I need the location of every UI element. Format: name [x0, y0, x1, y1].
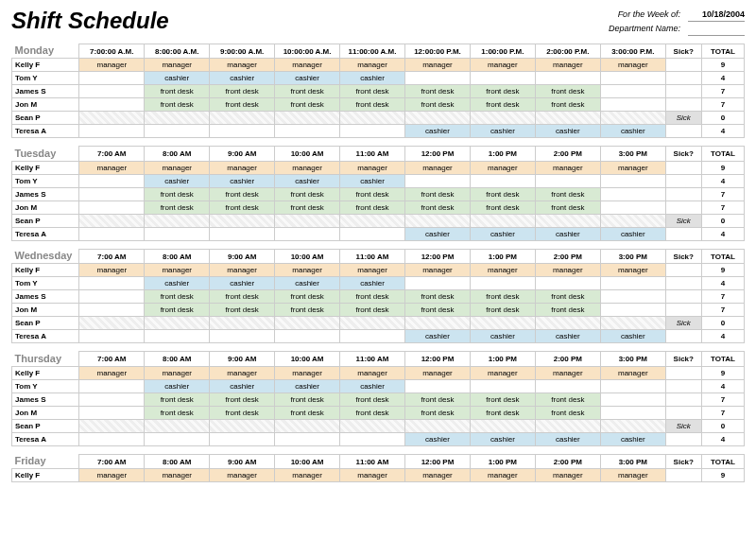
shift-cell	[275, 112, 340, 125]
shift-cell: front desk	[470, 304, 535, 317]
shift-cell	[535, 214, 600, 227]
shift-cell: cashier	[600, 330, 665, 343]
employee-name: Tom Y	[12, 174, 79, 187]
schedule-row: Teresa Acashiercashiercashiercashier4	[12, 125, 745, 138]
shift-cell	[79, 419, 145, 432]
shift-cell: front desk	[405, 290, 471, 304]
total-header: TOTAL	[701, 249, 744, 264]
shift-cell: cashier	[210, 174, 275, 187]
shift-cell: front desk	[470, 98, 535, 112]
total-cell: 0	[701, 317, 744, 330]
sick-cell: Sick	[665, 112, 701, 125]
shift-cell: front desk	[405, 406, 471, 419]
time-header: 3:00:00 P.M.	[600, 44, 665, 59]
schedule-row: Jon Mfront deskfront deskfront deskfront…	[12, 406, 745, 419]
employee-name: Sean P	[12, 419, 79, 432]
schedule-row: James Sfront deskfront deskfront deskfro…	[12, 290, 745, 304]
schedule-table: Friday7:00 AM8:00 AM9:00 AM10:00 AM11:00…	[11, 454, 745, 483]
schedule-row: Tom Ycashiercashiercashiercashier4	[12, 277, 745, 290]
shift-cell: front desk	[275, 304, 340, 317]
shift-cell	[210, 330, 275, 343]
shift-cell	[600, 317, 665, 330]
shift-cell: front desk	[210, 392, 275, 406]
employee-name: Kelly F	[12, 59, 79, 72]
total-cell: 0	[701, 419, 744, 432]
shift-cell: front desk	[145, 304, 210, 317]
dept-label: Department Name:	[609, 22, 680, 35]
shift-cell: front desk	[405, 304, 471, 317]
total-cell: 4	[701, 432, 744, 445]
time-header: 3:00 PM	[600, 147, 665, 162]
shift-cell	[535, 379, 600, 392]
sick-cell	[665, 98, 701, 112]
shift-cell	[145, 419, 210, 432]
shift-cell: cashier	[210, 277, 275, 290]
time-header: 7:00 AM	[79, 352, 145, 367]
shift-cell: cashier	[275, 174, 340, 187]
shift-cell	[340, 112, 405, 125]
shift-cell	[470, 214, 535, 227]
day-name: Friday	[12, 454, 79, 469]
employee-name: Sean P	[12, 214, 79, 227]
sick-cell: Sick	[665, 317, 701, 330]
shift-cell: front desk	[145, 187, 210, 201]
shift-cell: front desk	[275, 201, 340, 214]
shift-cell	[210, 419, 275, 432]
time-header: 12:00:00 P.M.	[405, 44, 471, 59]
shift-cell: cashier	[600, 432, 665, 445]
shift-cell: manager	[535, 264, 600, 277]
shift-cell	[600, 214, 665, 227]
shift-cell: front desk	[210, 85, 275, 98]
header: Shift Schedule For the Week of: 10/18/20…	[11, 8, 745, 36]
shift-cell	[600, 72, 665, 85]
shift-cell: manager	[600, 59, 665, 72]
shift-cell	[405, 277, 471, 290]
employee-name: Kelly F	[12, 264, 79, 277]
shift-cell	[79, 227, 145, 240]
shift-cell: front desk	[470, 392, 535, 406]
total-cell: 4	[701, 72, 744, 85]
schedule-row: James Sfront deskfront deskfront deskfro…	[12, 85, 745, 98]
day-block: Wednesday7:00 AM8:00 AM9:00 AM10:00 AM11…	[11, 249, 745, 344]
schedule-row: Kelly Fmanagermanagermanagermanagermanag…	[12, 366, 745, 379]
shift-cell	[600, 201, 665, 214]
time-header: 2:00 PM	[535, 454, 600, 469]
total-cell: 0	[701, 112, 744, 125]
shift-cell: manager	[145, 469, 210, 482]
time-header: 1:00 PM	[470, 147, 535, 162]
shift-cell: manager	[470, 161, 535, 174]
day-name: Tuesday	[12, 147, 79, 162]
time-header: 10:00 AM	[275, 352, 340, 367]
schedule-table: Monday7:00:00 A.M.8:00:00 A.M.9:00:00 A.…	[11, 44, 745, 139]
shift-cell: front desk	[535, 290, 600, 304]
total-cell: 7	[701, 98, 744, 112]
shift-cell: manager	[600, 161, 665, 174]
sick-cell	[665, 174, 701, 187]
shift-cell	[405, 174, 471, 187]
shift-cell	[600, 112, 665, 125]
sick-cell	[665, 201, 701, 214]
sick-cell	[665, 406, 701, 419]
shift-cell	[535, 174, 600, 187]
shift-cell: cashier	[470, 432, 535, 445]
employee-name: Jon M	[12, 98, 79, 112]
shift-cell	[210, 214, 275, 227]
shift-cell	[470, 72, 535, 85]
shift-cell: front desk	[535, 85, 600, 98]
employee-name: Tom Y	[12, 277, 79, 290]
shift-cell	[79, 98, 145, 112]
shift-cell	[79, 174, 145, 187]
sick-cell	[665, 264, 701, 277]
schedule-row: Jon Mfront deskfront deskfront deskfront…	[12, 304, 745, 317]
shift-cell: front desk	[275, 98, 340, 112]
schedule-row: Kelly Fmanagermanagermanagermanagermanag…	[12, 59, 745, 72]
shift-cell	[275, 214, 340, 227]
shift-cell	[535, 419, 600, 432]
shift-cell	[405, 214, 471, 227]
sick-cell	[665, 330, 701, 343]
shift-cell	[79, 304, 145, 317]
employee-name: Kelly F	[12, 366, 79, 379]
shift-cell: manager	[600, 264, 665, 277]
shift-cell: front desk	[535, 187, 600, 201]
shift-cell: cashier	[535, 227, 600, 240]
